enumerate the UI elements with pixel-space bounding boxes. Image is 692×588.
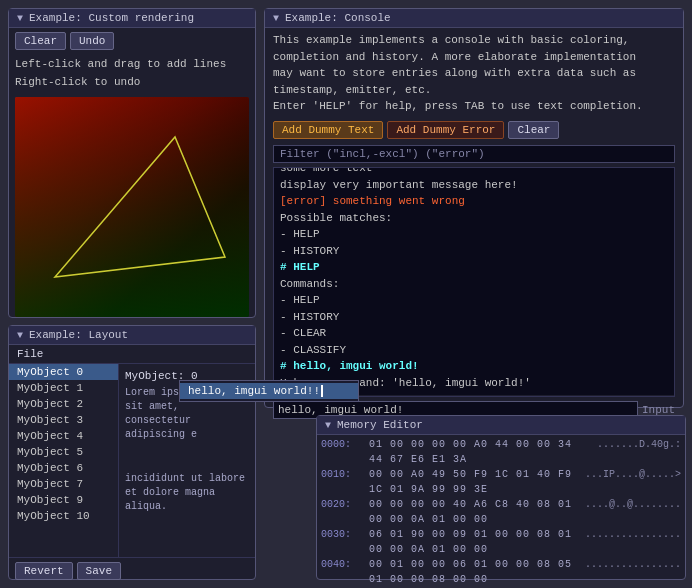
object-list: MyObject 0MyObject 1MyObject 2MyObject 3…	[9, 364, 119, 557]
hex-address: 0020:	[321, 497, 361, 527]
console-line: - HISTORY	[280, 309, 668, 326]
svg-rect-1	[15, 97, 249, 317]
list-item[interactable]: MyObject 5	[9, 444, 118, 460]
list-item[interactable]: MyObject 2	[9, 396, 118, 412]
hex-address: 0040:	[321, 557, 361, 587]
intro-line-4: timestamp, emitter, etc.	[273, 82, 675, 99]
console-line: - CLASSIFY	[280, 342, 668, 359]
hex-ascii: ....@..@........	[585, 497, 681, 527]
save-button[interactable]: Save	[77, 562, 121, 580]
custom-toolbar: Clear Undo	[9, 28, 255, 54]
drawing-canvas[interactable]	[15, 97, 249, 317]
layout-menu-file[interactable]: File	[9, 345, 255, 364]
memory-editor-window: ▼ Memory Editor 0000:01 00 00 00 00 A0 4…	[316, 415, 686, 580]
hex-rows[interactable]: 0000:01 00 00 00 00 A0 44 00 00 34 44 67…	[321, 437, 681, 588]
layout-window-title: ▼ Example: Layout	[9, 326, 255, 345]
hex-ascii: ...IP....@.....>	[585, 467, 681, 497]
layout-title-arrow-icon: ▼	[17, 330, 23, 341]
add-dummy-error-button[interactable]: Add Dummy Error	[387, 121, 504, 139]
console-line: Commands:	[280, 276, 668, 293]
layout-bottom-toolbar: Revert Save	[9, 557, 255, 584]
console-window-title: ▼ Example: Console	[265, 9, 683, 28]
hex-bytes: 00 00 00 00 40 A6 C8 40 08 01 00 00 0A 0…	[369, 497, 577, 527]
console-line: [error] something went wrong	[280, 193, 668, 210]
layout-panels: MyObject 0MyObject 1MyObject 2MyObject 3…	[9, 364, 255, 557]
console-line: some more text	[280, 167, 668, 177]
console-line: - HELP	[280, 292, 668, 309]
console-line: display very important message here!	[280, 177, 668, 194]
hex-ascii: .......D.40g.:	[597, 437, 681, 467]
list-item[interactable]: MyObject 9	[9, 492, 118, 508]
list-item[interactable]: MyObject 4	[9, 428, 118, 444]
hex-bytes: 00 00 A0 49 50 F9 1C 01 40 F9 1C 01 9A 9…	[369, 467, 577, 497]
console-input-label: Input	[642, 404, 675, 416]
content-text-2: incididunt ut labore et dolore magna ali…	[125, 472, 249, 514]
hex-address: 0010:	[321, 467, 361, 497]
memory-body: 0000:01 00 00 00 00 A0 44 00 00 34 44 67…	[317, 435, 685, 588]
hex-address: 0000:	[321, 437, 361, 467]
console-line: # HELP	[280, 259, 668, 276]
intro-line-2: completion and history. A more elaborate…	[273, 49, 675, 66]
intro-line-3: may want to store entries along with ext…	[273, 65, 675, 82]
filter-placeholder-text: Filter ("incl,-excl") ("error")	[280, 148, 485, 160]
console-toolbar: Add Dummy Text Add Dummy Error Clear	[273, 121, 675, 139]
filter-bar: Filter ("incl,-excl") ("error")	[273, 145, 675, 163]
content-lorem-2: incididunt ut labore et dolore magna ali…	[125, 473, 245, 512]
hex-row: 0040:00 01 00 00 06 01 00 00 08 05 01 00…	[321, 557, 681, 587]
layout-window: ▼ Example: Layout File MyObject 0MyObjec…	[8, 325, 256, 580]
file-menu-label: File	[17, 348, 43, 360]
console-output[interactable]: 0 some textsome more textdisplay very im…	[273, 167, 675, 397]
hex-address: 0030:	[321, 527, 361, 557]
console-line: - CLEAR	[280, 325, 668, 342]
hex-row: 0010:00 00 A0 49 50 F9 1C 01 40 F9 1C 01…	[321, 467, 681, 497]
list-item[interactable]: MyObject 3	[9, 412, 118, 428]
undo-button[interactable]: Undo	[70, 32, 114, 50]
console-body: This example implements a console with b…	[265, 28, 683, 423]
hint-line-2: Right-click to undo	[15, 74, 249, 92]
custom-rendering-window: ▼ Example: Custom rendering Clear Undo L…	[8, 8, 256, 318]
console-line: - HISTORY	[280, 243, 668, 260]
hex-row: 0020:00 00 00 00 40 A6 C8 40 08 01 00 00…	[321, 497, 681, 527]
content-panel: MyObject: 0 Lorem ipsum dolor sit amet, …	[119, 364, 255, 557]
hex-row: 0030:06 01 90 00 09 01 00 00 08 01 00 00…	[321, 527, 681, 557]
title-arrow-icon: ▼	[17, 13, 23, 24]
intro-line-1: This example implements a console with b…	[273, 32, 675, 49]
autocomplete-item[interactable]: hello, imgui world!!	[180, 383, 358, 399]
intro-line-5: Enter 'HELP' for help, press TAB to use …	[273, 98, 675, 115]
custom-hint: Left-click and drag to add lines Right-c…	[9, 54, 255, 93]
console-line: Possible matches:	[280, 210, 668, 227]
add-dummy-text-button[interactable]: Add Dummy Text	[273, 121, 383, 139]
hint-line-1: Left-click and drag to add lines	[15, 56, 249, 74]
console-line: - HELP	[280, 226, 668, 243]
console-title-text: Example: Console	[285, 12, 391, 24]
console-clear-button[interactable]: Clear	[508, 121, 559, 139]
list-item[interactable]: MyObject 7	[9, 476, 118, 492]
list-item[interactable]: MyObject 0	[9, 364, 118, 380]
revert-button[interactable]: Revert	[15, 562, 73, 580]
console-intro: This example implements a console with b…	[273, 32, 675, 115]
autocomplete-popup[interactable]: hello, imgui world!!	[179, 380, 359, 402]
hex-ascii: ................	[585, 557, 681, 587]
hex-row: 0000:01 00 00 00 00 A0 44 00 00 34 44 67…	[321, 437, 681, 467]
memory-title-arrow-icon: ▼	[325, 420, 331, 431]
hex-ascii: ................	[585, 527, 681, 557]
memory-editor-title-text: Memory Editor	[337, 419, 423, 431]
list-item[interactable]: MyObject 6	[9, 460, 118, 476]
hex-bytes: 06 01 90 00 09 01 00 00 08 01 00 00 0A 0…	[369, 527, 577, 557]
memory-editor-title: ▼ Memory Editor	[317, 416, 685, 435]
hex-bytes: 01 00 00 00 00 A0 44 00 00 34 44 67 E6 E…	[369, 437, 589, 467]
hex-bytes: 00 01 00 00 06 01 00 00 08 05 01 00 00 0…	[369, 557, 577, 587]
clear-button[interactable]: Clear	[15, 32, 66, 50]
list-item[interactable]: MyObject 10	[9, 508, 118, 524]
layout-title-text: Example: Layout	[29, 329, 128, 341]
custom-rendering-title: ▼ Example: Custom rendering	[9, 9, 255, 28]
console-window: ▼ Example: Console This example implemen…	[264, 8, 684, 408]
console-title-arrow-icon: ▼	[273, 13, 279, 24]
list-item[interactable]: MyObject 1	[9, 380, 118, 396]
custom-rendering-title-text: Example: Custom rendering	[29, 12, 194, 24]
console-line: # hello, imgui world!	[280, 358, 668, 375]
